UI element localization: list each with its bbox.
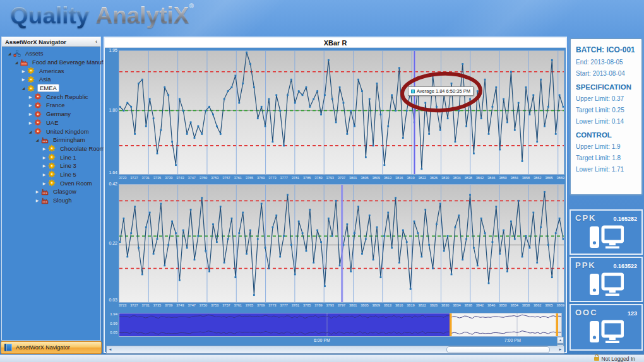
lock-icon	[594, 357, 599, 361]
x-tick-label: 3805	[361, 176, 368, 183]
x-tick-label: 3813	[384, 303, 391, 310]
x-tick-label: 3801	[349, 176, 357, 183]
expand-node-icon[interactable]: ▶	[21, 77, 26, 81]
expand-node-icon[interactable]: ▶	[42, 181, 47, 185]
scrollbar-thumb[interactable]	[446, 346, 551, 353]
tree-item-food-and-beverage-manufacturing[interactable]: ◢ Food and Beverage Manufacturing	[2, 58, 100, 67]
tree-item-label: Czech Republic	[44, 93, 90, 100]
x-tick-label: 3850	[499, 176, 506, 183]
status-bar: Not Logged In	[0, 354, 644, 362]
collapse-node-icon[interactable]: ◢	[21, 86, 26, 90]
tree-item-americas[interactable]: ▶ Americas	[2, 66, 100, 75]
horizontal-scrollbar[interactable]: ◄ ►	[106, 346, 564, 354]
expand-node-icon[interactable]: ▶	[21, 69, 26, 73]
collapse-node-icon[interactable]: ◢	[14, 60, 19, 64]
tree-item-line-1[interactable]: ▶ Line 1	[2, 153, 100, 161]
gear-red-icon	[34, 110, 42, 118]
tree-item-asia[interactable]: ▶ Asia	[2, 75, 100, 84]
tree-item-line-3[interactable]: ▶ Line 3	[2, 161, 100, 170]
x-tick-label: 3757	[222, 176, 230, 183]
timeline-overview[interactable]	[119, 313, 562, 337]
computer-icon-svg	[588, 225, 624, 250]
tree-item-line-5[interactable]: ▶ Line 5	[2, 170, 100, 179]
scrollbar-track[interactable]	[114, 346, 557, 353]
scroll-right-arrow[interactable]: ►	[557, 346, 564, 353]
asset-tree: ◢ Assets◢ Food and Beverage Manufacturin…	[2, 47, 100, 204]
x-tick-label: 3777	[280, 303, 288, 310]
spec-lower-limit: Lower Limit: 0.14	[576, 118, 636, 125]
tree-item-czech-republic[interactable]: ▶ Czech Republic	[2, 92, 100, 101]
expand-node-icon[interactable]: ▶	[42, 172, 47, 177]
expand-node-icon[interactable]: ▶	[42, 163, 47, 168]
navigator-header: AssetWorX Navigator ‹	[2, 37, 100, 47]
expand-node-icon[interactable]: ▶	[28, 95, 33, 99]
expand-node-icon[interactable]: ▶	[42, 146, 47, 151]
gear-yellow-icon	[48, 144, 56, 152]
x-tick-label: 3809	[373, 303, 380, 310]
collapse-panel-icon[interactable]: ‹	[95, 38, 97, 45]
xbar-ytick-top: 1.95	[105, 48, 117, 52]
x-tick-label: 3838	[465, 176, 472, 183]
x-tick-label: 3789	[314, 176, 322, 183]
login-status: Not Logged In	[602, 356, 635, 362]
x-tick-label: 3753	[211, 176, 218, 183]
control-lower-limit: Lower Limit: 1.71	[576, 166, 636, 173]
expand-node-icon[interactable]: ▶	[35, 189, 40, 194]
x-tick-label: 3834	[453, 303, 460, 310]
tree-item-united-kingdom[interactable]: ◢ United Kingdom	[2, 127, 100, 136]
registered-mark: ®	[189, 3, 193, 9]
expand-node-icon[interactable]: ▶	[42, 155, 47, 160]
ppk-label: PPK	[575, 260, 613, 270]
ppk-value: 0.163522	[613, 263, 637, 269]
tree-item-oven-room[interactable]: ▶ Oven Room	[2, 178, 100, 187]
x-tick-label: 3777	[280, 176, 288, 183]
x-tick-label: 3801	[349, 303, 357, 310]
collapse-node-icon[interactable]: ◢	[35, 137, 40, 142]
collapse-node-icon[interactable]: ◢	[28, 129, 33, 134]
gear-yellow-icon	[27, 85, 35, 92]
tree-item-glasgow[interactable]: ▶ Glasgow	[2, 187, 100, 196]
xbar-ytick-bottom: 1.64	[105, 170, 117, 175]
range-chart-plot[interactable]	[119, 184, 564, 303]
x-tick-label: 3750	[200, 176, 207, 183]
xbar-chart-plot[interactable]	[119, 50, 564, 175]
expand-node-icon[interactable]: ▶	[28, 120, 33, 125]
tree-item-france[interactable]: ▶ France	[2, 101, 100, 110]
tree-item-assets[interactable]: ◢ Assets	[2, 49, 100, 58]
spec-target-limit: Target Limit: 0.25	[576, 107, 636, 114]
overview-time-axis: 6:00 PM 7:00 PM	[119, 338, 562, 344]
x-tick-label: 3858	[522, 176, 530, 183]
scroll-left-arrow[interactable]: ◄	[107, 346, 114, 353]
x-tick-label: 3723	[119, 176, 126, 183]
x-tick-label: 3750	[200, 303, 207, 310]
tree-item-emea[interactable]: ◢ EMEA	[2, 84, 100, 93]
tree-item-slough[interactable]: ▶ Slough	[2, 196, 100, 205]
tree-item-uae[interactable]: ▶ UAE	[2, 119, 100, 127]
gear-yellow-icon	[48, 162, 56, 170]
factory-small-icon	[41, 188, 49, 196]
x-tick-label: 3819	[407, 176, 414, 183]
tree-item-chocolate-room[interactable]: ▶ Chocolate Room	[2, 144, 100, 153]
expand-node-icon[interactable]: ▶	[28, 112, 33, 116]
tree-item-birmingham[interactable]: ◢ Birmingham	[2, 136, 100, 144]
expand-node-icon[interactable]: ▶	[28, 103, 33, 107]
expand-node-icon[interactable]: ▶	[35, 198, 40, 202]
factory-small-icon	[41, 197, 49, 204]
x-tick-label: 3805	[361, 303, 368, 310]
x-tick-label: 3830	[441, 303, 449, 310]
scroll-up-button[interactable]: ▲	[557, 337, 564, 344]
tree-item-label: United Kingdom	[44, 128, 91, 135]
tree-item-germany[interactable]: ▶ Germany	[2, 110, 100, 119]
assetworx-navigator-taskbar-button[interactable]: AssetWorX Navigator	[1, 341, 102, 354]
x-tick-label: 3850	[499, 303, 506, 310]
control-header: CONTROL	[576, 131, 636, 139]
x-tick-label: 3854	[511, 303, 518, 310]
control-upper-limit: Upper Limit: 1.9	[576, 143, 636, 150]
x-tick-label: 3846	[487, 176, 495, 183]
xbar-xaxis-ticks: 3723372737313735373937433747375037533757…	[119, 176, 564, 183]
tree-item-label: Chocolate Room	[58, 145, 107, 152]
x-tick-label: 3793	[326, 176, 334, 183]
computer-icon-svg	[588, 272, 624, 297]
xbar-ytick-mid: 1.80	[105, 108, 117, 112]
collapse-node-icon[interactable]: ◢	[7, 51, 12, 55]
